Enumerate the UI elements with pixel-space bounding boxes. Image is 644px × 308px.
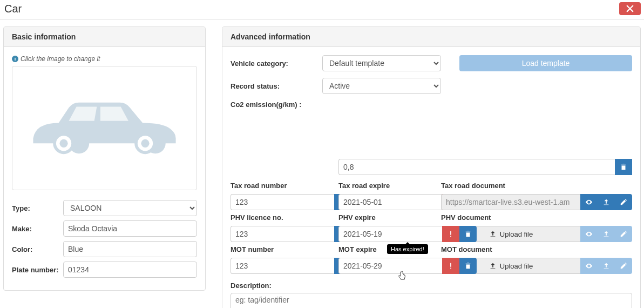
basic-info-heading: Basic information (4, 27, 205, 47)
mot-expire-input[interactable] (338, 258, 442, 274)
edit-icon (620, 262, 627, 270)
make-input[interactable] (63, 220, 197, 237)
vehicle-category-select[interactable]: Default template (322, 55, 441, 71)
phv-doc-edit-button[interactable] (615, 226, 632, 242)
trash-icon (464, 230, 472, 238)
documents-grid: Tax road number Tax road expire Tax road… (231, 182, 632, 274)
close-button[interactable] (619, 2, 641, 15)
mot-expire-warning-button[interactable] (442, 258, 459, 274)
eye-icon (585, 262, 593, 270)
tax-doc-view-button[interactable] (580, 194, 598, 210)
phv-expire-input[interactable] (338, 226, 442, 242)
mot-number-input[interactable] (231, 258, 334, 274)
phv-expire-head: PHV expire (338, 213, 436, 222)
phv-expire-warning-button[interactable] (442, 226, 459, 242)
type-select[interactable]: SALOON (63, 200, 197, 216)
co2-clear-button[interactable] (615, 159, 632, 175)
record-status-select[interactable]: Active (322, 78, 441, 94)
edit-icon (620, 230, 627, 238)
tax-doc-edit-button[interactable] (615, 194, 632, 210)
load-template-label: Load template (522, 59, 570, 68)
svg-point-1 (59, 139, 67, 148)
eye-icon (585, 198, 593, 206)
upload-icon (489, 230, 497, 238)
vehicle-category-label: Vehicle category: (231, 59, 304, 68)
co2-label: Co2 emission(g/km) : (231, 101, 301, 174)
upload-icon (602, 198, 610, 206)
car-placeholder-icon (28, 92, 181, 164)
exclamation-icon (447, 230, 455, 238)
trash-icon (620, 163, 627, 171)
expired-tooltip: Has expired! (387, 244, 428, 254)
make-label: Make: (12, 225, 63, 233)
tax-number-input[interactable] (231, 194, 334, 210)
hint-text: Click the image to change it (21, 55, 100, 63)
trash-icon (464, 262, 472, 270)
upload-label: Upload file (500, 230, 533, 238)
basic-info-panel: Basic information i Click the image to c… (3, 26, 206, 291)
load-template-button[interactable]: Load template (459, 55, 632, 71)
modal-header: Car (0, 0, 644, 20)
mot-doc-edit-button[interactable] (615, 258, 632, 274)
mot-doc-view-button[interactable] (580, 258, 598, 274)
exclamation-icon (447, 262, 455, 270)
tax-doc-upload-button[interactable] (598, 194, 615, 210)
phv-number-input[interactable] (231, 226, 334, 242)
mot-expire-clear-button[interactable] (459, 258, 477, 274)
plate-input[interactable] (63, 262, 197, 278)
image-change-hint: i Click the image to change it (12, 55, 197, 63)
mot-doc-upload-button[interactable] (598, 258, 615, 274)
modal-title: Car (4, 3, 22, 15)
phv-number-head: PHV licence no. (231, 213, 333, 222)
tax-expire-head: Tax road expire (338, 182, 436, 190)
plate-label: Plate number: (12, 266, 63, 274)
tax-expire-input[interactable] (338, 194, 442, 210)
tax-doc-head: Tax road document (441, 182, 632, 190)
color-label: Color: (12, 245, 63, 253)
co2-input[interactable] (338, 159, 615, 175)
upload-icon (602, 262, 610, 270)
info-icon: i (12, 56, 18, 62)
mot-doc-head: MOT document (441, 245, 632, 253)
description-label: Description: (231, 282, 632, 290)
vehicle-image[interactable] (12, 66, 197, 190)
svg-point-3 (141, 139, 149, 148)
phv-expire-clear-button[interactable] (459, 226, 477, 242)
phv-doc-upload-button[interactable] (598, 226, 615, 242)
record-status-label: Record status: (231, 82, 304, 90)
upload-label: Upload file (500, 262, 533, 270)
upload-icon (602, 230, 610, 238)
type-label: Type: (12, 204, 63, 212)
color-input[interactable] (63, 241, 197, 257)
tax-doc-input[interactable] (441, 194, 580, 210)
close-icon (626, 5, 634, 12)
phv-doc-view-button[interactable] (580, 226, 598, 242)
advanced-info-panel: Advanced information Vehicle category: D… (222, 26, 641, 308)
edit-icon (620, 198, 627, 206)
advanced-info-heading: Advanced information (222, 27, 640, 47)
mot-number-head: MOT number (231, 245, 333, 253)
description-textarea[interactable] (231, 293, 632, 308)
tax-number-head: Tax road number (231, 182, 333, 190)
eye-icon (585, 230, 593, 238)
phv-doc-head: PHV document (441, 213, 632, 222)
modal-body: Basic information i Click the image to c… (0, 20, 644, 308)
upload-icon (489, 262, 497, 270)
